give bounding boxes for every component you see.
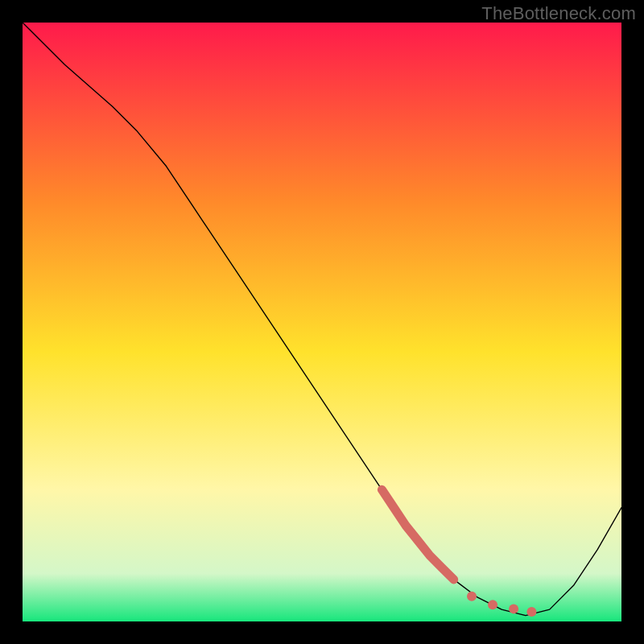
watermark-text: TheBottleneck.com <box>481 3 636 24</box>
highlight-dots-dot <box>526 607 536 617</box>
highlight-dots-dot <box>488 600 497 609</box>
chart-svg <box>23 23 621 621</box>
highlight-dots-dot <box>467 592 477 601</box>
chart-plot <box>23 23 621 621</box>
chart-frame: TheBottleneck.com <box>0 0 644 644</box>
gradient-background <box>23 23 621 621</box>
highlight-dots-dot <box>509 604 518 613</box>
